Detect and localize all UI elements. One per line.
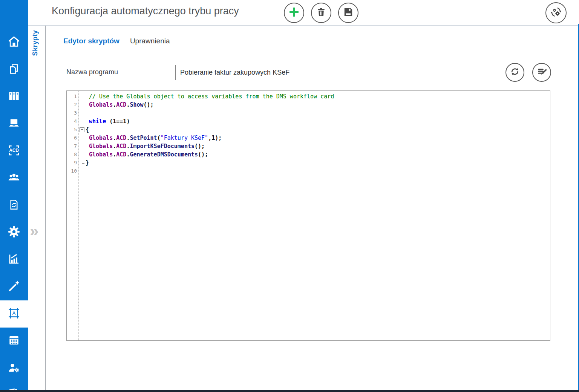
trash-icon (315, 6, 328, 20)
sidebar-item-document-sync[interactable] (0, 192, 28, 219)
binders-icon (7, 89, 21, 105)
automation-settings-button[interactable] (545, 2, 567, 23)
home-icon (7, 35, 21, 51)
edit-list-icon (536, 66, 548, 79)
sidebar-item-home[interactable] (0, 29, 28, 56)
sidebar-item-calendar[interactable] (0, 328, 28, 355)
panel-strip: Skrypty » (28, 26, 46, 390)
script-actions (505, 63, 551, 82)
chart-icon (7, 252, 21, 268)
code-lines[interactable]: // Use the Globals object to access vari… (79, 91, 550, 340)
sidebar-item-statistics[interactable] (0, 246, 28, 273)
window-bottom-border (0, 390, 579, 392)
vertical-tab-skrypty[interactable]: Skrypty (31, 30, 39, 56)
sidebar-item-documents[interactable] (0, 56, 28, 83)
gear-icon (7, 225, 21, 240)
sidebar-item-auto-mode[interactable]: A (0, 300, 28, 328)
gears-cycle-icon (550, 6, 562, 20)
tab-edytor-skryptow[interactable]: Edytor skryptów (63, 37, 119, 45)
script-editor: 12345678910 // Use the Globals object to… (66, 90, 550, 341)
acd-scan-icon: ACD (7, 143, 21, 159)
sidebar-item-magic-wand[interactable] (0, 273, 28, 300)
main-content: Edytor skryptów Uprawnienia Nazwa progra… (46, 26, 578, 390)
save-button[interactable] (338, 3, 358, 23)
program-name-input[interactable] (175, 65, 345, 80)
refresh-icon (509, 66, 521, 79)
sidebar-item-user-settings[interactable] (0, 355, 28, 382)
sidebar-item-acd-scan[interactable]: ACD (0, 138, 28, 165)
sidebar-item-settings[interactable] (0, 219, 28, 246)
laptop-icon (7, 116, 21, 132)
panel-expand-chevrons-icon[interactable]: » (30, 223, 38, 239)
header: Konfiguracja automatycznego trybu pracy (28, 0, 579, 26)
edit-script-list-button[interactable] (532, 63, 551, 82)
calendar-icon (7, 333, 21, 349)
documents-icon (7, 62, 21, 78)
sidebar-item-binders[interactable] (0, 83, 28, 110)
user-gear-icon (7, 360, 21, 376)
svg-text:ACD: ACD (9, 148, 19, 153)
users-icon (7, 170, 21, 186)
sidebar-item-users[interactable] (0, 165, 28, 192)
tab-bar: Edytor skryptów Uprawnienia (63, 37, 170, 45)
line-numbers: 12345678910 (67, 91, 79, 340)
tab-uprawnienia[interactable]: Uprawnienia (130, 37, 170, 45)
program-name-label: Nazwa programu (66, 68, 118, 76)
magic-wand-icon (7, 279, 21, 295)
plus-icon (288, 6, 300, 20)
header-toolbar (284, 3, 358, 23)
document-sync-icon (7, 198, 21, 213)
add-button[interactable] (284, 3, 304, 23)
refresh-button[interactable] (505, 63, 524, 82)
delete-button[interactable] (311, 3, 331, 23)
sidebar-item-laptop[interactable] (0, 110, 28, 138)
auto-mode-frame-icon: A (7, 306, 21, 322)
floppy-icon (342, 6, 355, 20)
page-title: Konfiguracja automatycznego trybu pracy (52, 5, 239, 17)
svg-text:A: A (12, 311, 16, 316)
sidebar: ACD (0, 0, 28, 392)
